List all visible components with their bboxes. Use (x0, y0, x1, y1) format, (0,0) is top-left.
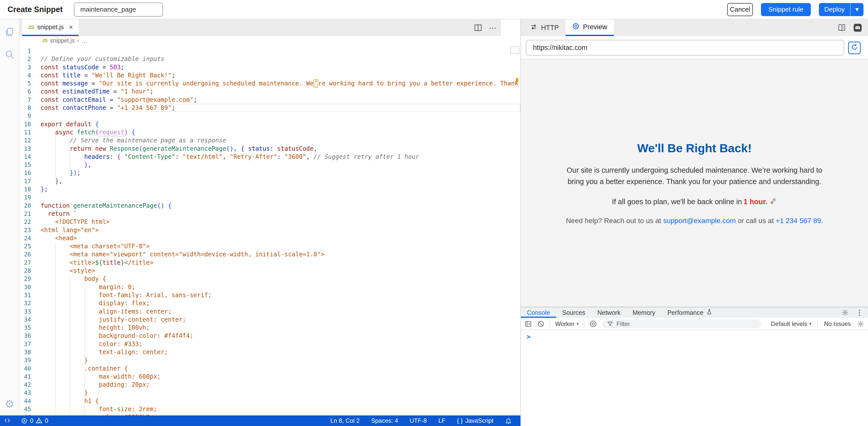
tab-preview[interactable]: Preview (565, 20, 614, 36)
code-line-5[interactable]: 5const message = "Our site is currently … (20, 79, 520, 87)
files-icon[interactable] (4, 27, 15, 37)
code-line-25[interactable]: 25<meta charset="UTF-8"> (20, 242, 520, 250)
clear-console-icon[interactable] (537, 320, 545, 328)
settings-gear-icon[interactable]: ⚙ (5, 399, 14, 409)
log-levels-selector[interactable]: Default levels ▾ (771, 320, 812, 328)
cursor-position[interactable]: Ln 8, Col 2 (330, 417, 360, 424)
language-mode[interactable]: { } JavaScript (457, 417, 493, 424)
code-line-40[interactable]: 40.container { (20, 365, 520, 373)
code-line-32[interactable]: 32display: flex; (20, 299, 520, 307)
line-number: 28 (20, 267, 40, 275)
code-line-46[interactable]: 46color: #0056b3; (20, 413, 520, 416)
code-line-42[interactable]: 42padding: 20px; (20, 380, 520, 389)
code-line-4[interactable]: 4const title = "We'll Be Right Back!"; (20, 71, 520, 79)
code-line-33[interactable]: 33align-items: center; (20, 308, 520, 316)
close-tab-icon[interactable]: × (69, 23, 73, 31)
remote-indicator-icon[interactable] (4, 418, 10, 424)
minimap-slider[interactable] (510, 47, 519, 54)
code-line-3[interactable]: 3const statusCode = 503; (20, 63, 520, 71)
devtools-tab-sources[interactable]: Sources (556, 307, 591, 318)
code-line-2[interactable]: 2// Define your customizable inputs (20, 55, 520, 63)
code-line-38[interactable]: 38text-align: center; (20, 348, 520, 356)
devtools-tab-network[interactable]: Network (591, 307, 626, 318)
console-filter-input[interactable]: Filter (602, 319, 761, 329)
line-number: 17 (20, 177, 40, 185)
code-line-29[interactable]: 29body { (20, 275, 520, 283)
code-line-39[interactable]: 39} (20, 356, 520, 364)
code-line-16[interactable]: 16}); (20, 169, 520, 177)
code-editor[interactable]: 12// Define your customizable inputs3con… (20, 46, 520, 416)
deploy-button[interactable]: Deploy (819, 3, 850, 16)
eol-setting[interactable]: LF (438, 417, 445, 424)
snippet-name-input[interactable] (74, 2, 163, 17)
console-prompt-chevron[interactable]: > (526, 333, 530, 341)
code-line-7[interactable]: 7const contactEmail = "support@example.c… (20, 96, 520, 104)
code-line-37[interactable]: 37color: #333; (20, 340, 520, 348)
tab-snippet-js[interactable]: JS snippet.js × (22, 20, 79, 36)
devtools-tab-performance[interactable]: Performance (661, 307, 718, 318)
code-line-15[interactable]: 15}, (20, 161, 520, 169)
reload-button[interactable] (848, 41, 861, 54)
code-line-6[interactable]: 6const estimatedTime = "1 hour"; (20, 87, 520, 95)
code-line-26[interactable]: 26<meta name="viewport" content="width=d… (20, 250, 520, 258)
more-actions-icon[interactable]: ⋯ (489, 24, 497, 32)
code-line-20[interactable]: 20function generateMaintenancePage() { (20, 202, 520, 210)
code-line-41[interactable]: 41max-width: 600px; (20, 373, 520, 380)
phone-link[interactable]: +1 234 567 89 (776, 217, 821, 225)
line-number: 12 (20, 136, 40, 144)
problems-indicator[interactable]: 0 0 (21, 417, 49, 424)
code-line-11[interactable]: 11async fetch(request) { (20, 128, 520, 136)
code-line-24[interactable]: 24<head> (20, 234, 520, 242)
code-line-30[interactable]: 30margin: 0; (20, 283, 520, 291)
code-line-35[interactable]: 35height: 100vh; (20, 324, 520, 332)
live-expression-eye-icon[interactable] (589, 320, 597, 328)
code-line-45[interactable]: 45font-size: 2rem; (20, 405, 520, 413)
devtools-tab-memory[interactable]: Memory (626, 307, 661, 318)
search-icon[interactable] (4, 49, 15, 60)
code-line-28[interactable]: 28<style> (20, 267, 520, 275)
code-line-8[interactable]: 8const contactPhone = "+1 234 567 89"; (20, 104, 520, 112)
devtools-settings-gear-icon[interactable] (841, 309, 849, 316)
split-editor-icon[interactable] (474, 24, 483, 32)
encoding-setting[interactable]: UTF-8 (409, 417, 427, 424)
deploy-dropdown-button[interactable]: ▼ (850, 3, 864, 16)
code-line-23[interactable]: 23<html lang="en"> (20, 226, 520, 234)
line-number: 35 (20, 324, 40, 332)
indentation-setting[interactable]: Spaces: 4 (371, 417, 398, 424)
discord-chat-icon[interactable] (853, 23, 863, 32)
code-line-19[interactable]: 19 (20, 193, 520, 201)
code-line-34[interactable]: 34justify-content: center; (20, 316, 520, 324)
code-line-17[interactable]: 17}, (20, 177, 520, 185)
code-line-36[interactable]: 36background-color: #f4f4f4; (20, 332, 520, 340)
code-line-18[interactable]: 18}; (20, 185, 520, 193)
rocket-emoji-icon (769, 197, 777, 207)
tab-http[interactable]: HTTP (523, 20, 565, 36)
console-settings-gear-icon[interactable] (857, 320, 865, 328)
support-email-link[interactable]: support@example.com (663, 217, 736, 225)
kebab-menu-icon[interactable]: ⋮ (856, 309, 863, 317)
devtools-tab-console[interactable]: Console (521, 307, 556, 318)
notifications-bell-icon[interactable] (505, 418, 512, 424)
code-line-1[interactable]: 1 (20, 47, 520, 55)
code-line-9[interactable]: 9 (20, 112, 520, 120)
url-input[interactable] (526, 40, 844, 55)
code-line-10[interactable]: 10export default { (20, 120, 520, 128)
code-line-21[interactable]: 21 return ` (20, 210, 520, 218)
code-line-43[interactable]: 43} (20, 389, 520, 397)
code-line-22[interactable]: 22<!DOCTYPE html> (20, 218, 520, 226)
console-sidebar-toggle-icon[interactable] (524, 320, 532, 328)
docs-book-icon[interactable] (837, 23, 846, 32)
console-toolbar: Worker ▾ Filter (521, 318, 868, 330)
code-line-14[interactable]: 14headers: { "Content-Type": "text/html"… (20, 153, 520, 161)
cancel-button[interactable]: Cancel (727, 3, 753, 16)
snippet-rule-button[interactable]: Snippet rule (761, 3, 811, 16)
code-line-12[interactable]: 12// Serve the maintenance page as a res… (20, 136, 520, 144)
code-line-44[interactable]: 44h1 { (20, 397, 520, 405)
issues-counter[interactable]: No Issues (824, 320, 851, 328)
execution-context-selector[interactable]: Worker ▾ (555, 320, 579, 328)
breadcrumb[interactable]: JS snippet.js › … (20, 36, 501, 46)
code-line-27[interactable]: 27<title>${title}</title> (20, 259, 520, 267)
console-output[interactable]: > (521, 330, 868, 426)
code-line-13[interactable]: 13return new Response(generateMaintenanc… (20, 145, 520, 153)
code-line-31[interactable]: 31font-family: Arial, sans-serif; (20, 291, 520, 299)
